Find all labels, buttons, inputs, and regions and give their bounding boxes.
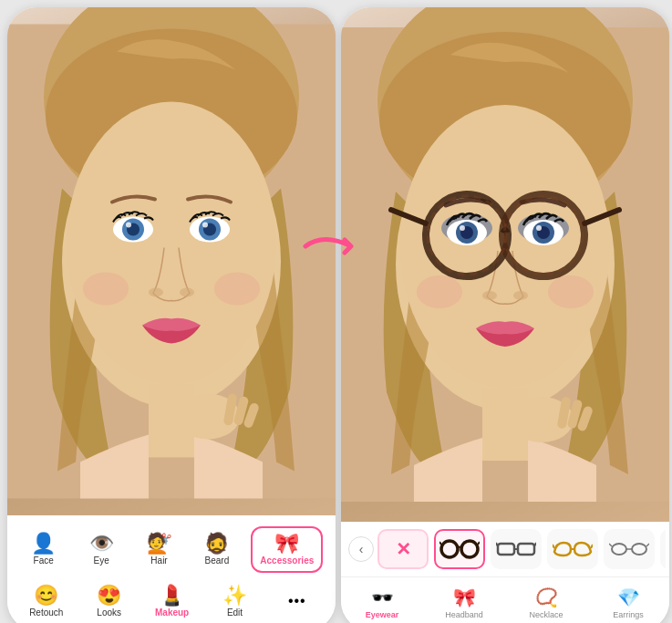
phone-right: ‹ ✕ xyxy=(341,7,669,623)
toolbar-row-2: 😊 Retouch 😍 Looks 💄 Makeup ✨ Edit ••• xyxy=(7,576,336,623)
tool-beard[interactable]: 🧔 Beard xyxy=(193,528,241,571)
svg-point-16 xyxy=(214,273,260,306)
svg-line-67 xyxy=(609,544,612,546)
svg-point-14 xyxy=(180,288,194,297)
eyewear-item-2[interactable] xyxy=(491,529,542,569)
tool-more[interactable]: ••• xyxy=(274,588,321,616)
eye-label: Eye xyxy=(93,556,109,566)
cat-necklace[interactable]: 📿 Necklace xyxy=(505,583,587,623)
svg-point-15 xyxy=(83,273,129,306)
svg-point-52 xyxy=(441,541,458,557)
chevron-left-button[interactable]: ‹ xyxy=(348,536,374,562)
tool-looks[interactable]: 😍 Looks xyxy=(86,580,133,623)
face-icon: 👤 xyxy=(31,534,56,554)
beard-icon: 🧔 xyxy=(204,534,229,554)
bottom-toolbar-left: 👤 Face 👁️ Eye 💇 Hair 🧔 Beard 🎀 Ac xyxy=(7,515,336,623)
glasses-svg-4 xyxy=(609,540,649,558)
cat-earrings[interactable]: 💎 Earrings xyxy=(587,583,669,623)
retouch-label: Retouch xyxy=(29,607,63,618)
svg-point-65 xyxy=(632,544,646,555)
cat-headband[interactable]: 🎀 Headband xyxy=(423,583,505,623)
glasses-svg-1 xyxy=(439,537,480,561)
eyewear-item-1[interactable] xyxy=(434,529,485,569)
makeup-label: Makeup xyxy=(155,607,189,618)
svg-point-38 xyxy=(513,291,528,300)
necklace-cat-label: Necklace xyxy=(529,610,563,619)
glasses-svg-2 xyxy=(496,539,536,559)
toolbar-row-1: 👤 Face 👁️ Eye 💇 Hair 🧔 Beard 🎀 Ac xyxy=(7,523,336,576)
face-label: Face xyxy=(34,556,54,566)
eyewear-scroll: ‹ ✕ xyxy=(341,522,669,576)
eyewear-item-4[interactable] xyxy=(604,529,655,569)
svg-point-37 xyxy=(482,291,497,300)
svg-point-40 xyxy=(548,275,594,308)
photo-area-right xyxy=(341,7,669,522)
phone-left: 👤 Face 👁️ Eye 💇 Hair 🧔 Beard 🎀 Ac xyxy=(7,7,336,623)
svg-point-13 xyxy=(149,288,163,297)
accessories-label: Accessories xyxy=(260,556,314,566)
svg-point-12 xyxy=(202,223,208,228)
tool-eye[interactable]: 👁️ Eye xyxy=(78,528,125,571)
tool-edit[interactable]: ✨ Edit xyxy=(212,580,259,623)
svg-line-59 xyxy=(496,543,498,546)
chevron-left-icon: ‹ xyxy=(359,542,364,556)
tool-retouch[interactable]: 😊 Retouch xyxy=(22,580,70,623)
necklace-cat-icon: 📿 xyxy=(535,587,558,608)
svg-line-62 xyxy=(553,545,554,548)
svg-line-60 xyxy=(534,543,536,546)
svg-line-63 xyxy=(591,545,593,548)
arrow-container xyxy=(292,219,374,274)
eyewear-items-list: ✕ xyxy=(377,529,666,569)
eyewear-none-button[interactable]: ✕ xyxy=(377,529,429,569)
accessories-panel: ‹ ✕ xyxy=(341,522,669,623)
earrings-cat-label: Earrings xyxy=(613,610,644,619)
glasses-svg-3 xyxy=(553,539,593,559)
hair-label: Hair xyxy=(150,556,167,566)
accessory-categories: 🕶️ Eyewear 🎀 Headband 📿 Necklace 💎 Earri… xyxy=(341,576,669,623)
face-svg-right xyxy=(341,7,669,522)
tool-makeup[interactable]: 💄 Makeup xyxy=(148,580,196,623)
svg-line-54 xyxy=(439,542,441,545)
arrow-svg xyxy=(301,223,365,269)
svg-point-36 xyxy=(536,225,542,231)
tool-hair[interactable]: 💇 Hair xyxy=(136,528,183,571)
eye-icon: 👁️ xyxy=(89,534,114,554)
hair-icon: 💇 xyxy=(147,534,171,554)
cat-eyewear[interactable]: 🕶️ Eyewear xyxy=(341,583,423,623)
earrings-cat-icon: 💎 xyxy=(617,587,640,608)
svg-line-55 xyxy=(478,542,480,545)
headband-cat-label: Headband xyxy=(445,610,483,619)
eyewear-item-5[interactable] xyxy=(660,529,666,569)
accessories-icon: 🎀 xyxy=(274,534,299,554)
retouch-icon: 😊 xyxy=(34,586,58,606)
beard-label: Beard xyxy=(205,556,230,566)
edit-label: Edit xyxy=(227,607,243,618)
close-icon: ✕ xyxy=(396,538,411,560)
looks-icon: 😍 xyxy=(97,586,121,606)
svg-point-53 xyxy=(461,541,478,557)
svg-line-68 xyxy=(646,544,649,546)
tool-face[interactable]: 👤 Face xyxy=(20,528,67,571)
makeup-icon: 💄 xyxy=(160,586,184,606)
face-svg-left xyxy=(7,7,336,515)
svg-point-8 xyxy=(126,223,131,228)
looks-label: Looks xyxy=(97,607,121,618)
svg-point-32 xyxy=(460,225,465,231)
eyewear-cat-icon: 🕶️ xyxy=(371,587,394,608)
eyewear-cat-label: Eyewear xyxy=(366,610,399,619)
svg-rect-56 xyxy=(498,544,514,555)
more-icon: ••• xyxy=(288,594,306,608)
tool-accessories[interactable]: 🎀 Accessories xyxy=(251,526,323,573)
headband-cat-icon: 🎀 xyxy=(453,587,476,608)
photo-area-left xyxy=(7,7,336,515)
eyewear-item-3[interactable] xyxy=(547,529,598,569)
svg-point-39 xyxy=(417,275,462,308)
page-wrapper: 👤 Face 👁️ Eye 💇 Hair 🧔 Beard 🎀 Ac xyxy=(0,0,672,623)
svg-point-64 xyxy=(612,544,626,555)
edit-icon: ✨ xyxy=(222,586,247,606)
svg-rect-57 xyxy=(518,544,534,555)
